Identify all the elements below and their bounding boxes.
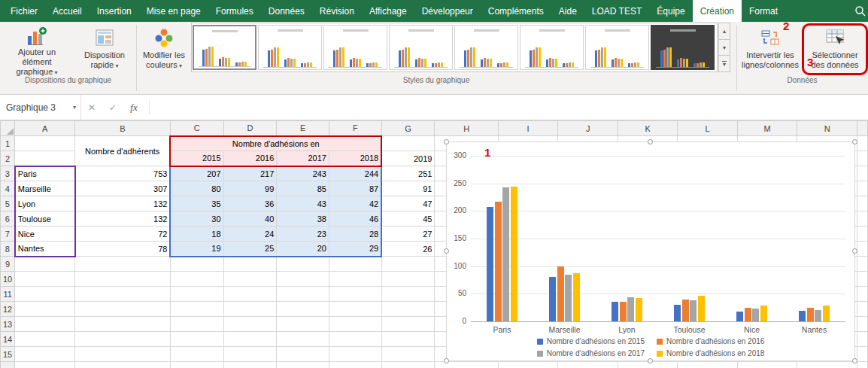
bar-marseille-2017[interactable] bbox=[565, 275, 572, 321]
cell-C1[interactable]: Nombre d'adhésions en bbox=[170, 136, 381, 151]
row-header-13[interactable]: 13 bbox=[1, 317, 15, 332]
bar-nantes-2015[interactable] bbox=[799, 311, 806, 321]
chart-style-8[interactable] bbox=[651, 25, 715, 70]
cell-G13[interactable] bbox=[381, 317, 435, 332]
cell-O1[interactable] bbox=[857, 136, 867, 151]
cell-G8[interactable]: 26 bbox=[381, 242, 435, 257]
row-header-6[interactable]: 6 bbox=[1, 211, 15, 227]
cell-D12[interactable] bbox=[223, 302, 277, 317]
cell-C14[interactable] bbox=[170, 332, 223, 347]
cell-G15[interactable] bbox=[381, 347, 435, 362]
bar-nantes-2016[interactable] bbox=[807, 308, 814, 321]
bar-paris-2015[interactable] bbox=[487, 207, 493, 321]
tab-insertion[interactable]: Insertion bbox=[90, 0, 139, 22]
cell-E13[interactable] bbox=[277, 317, 329, 332]
cell-O14[interactable] bbox=[857, 332, 867, 347]
cell-B15[interactable] bbox=[75, 347, 171, 362]
tab-equipe[interactable]: Équipe bbox=[649, 0, 692, 22]
bar-nice-2015[interactable] bbox=[736, 312, 743, 321]
cell-B10[interactable] bbox=[75, 272, 171, 287]
formula-input[interactable] bbox=[150, 95, 868, 120]
column-header-C[interactable]: C bbox=[170, 121, 223, 136]
cell-D2[interactable]: 2016 bbox=[223, 151, 277, 166]
cell-C6[interactable]: 30 bbox=[170, 211, 223, 227]
tab-affichage[interactable]: Affichage bbox=[362, 0, 414, 22]
cell-A12[interactable] bbox=[15, 302, 75, 317]
bar-nice-2018[interactable] bbox=[760, 306, 767, 321]
legend-item-2015[interactable]: Nombre d'adhésions en 2015 bbox=[537, 337, 645, 345]
row-header-7[interactable]: 7 bbox=[1, 227, 15, 242]
chart-resize-handle[interactable] bbox=[444, 358, 449, 363]
bar-nice-2017[interactable] bbox=[752, 309, 759, 321]
chart-style-4[interactable] bbox=[389, 25, 453, 70]
cell-B3[interactable]: 753 bbox=[75, 166, 171, 181]
cell-F14[interactable] bbox=[329, 332, 381, 347]
row-header-4[interactable]: 4 bbox=[1, 181, 15, 196]
chart-style-6[interactable] bbox=[520, 25, 584, 70]
cell-C9[interactable] bbox=[170, 257, 223, 272]
switch-row-column-button[interactable]: Intervertir les lignes/colonnes bbox=[740, 24, 800, 75]
row-header-14[interactable]: 14 bbox=[1, 332, 15, 347]
cell-C13[interactable] bbox=[170, 317, 223, 332]
cell-D6[interactable]: 40 bbox=[223, 211, 277, 227]
name-box[interactable]: Graphique 3 ▾ bbox=[0, 95, 81, 120]
cell-C4[interactable]: 80 bbox=[170, 181, 223, 196]
bar-marseille-2016[interactable] bbox=[557, 266, 564, 321]
cell-O11[interactable] bbox=[857, 287, 867, 302]
bar-marseille-2015[interactable] bbox=[549, 277, 556, 321]
gallery-more-icon[interactable]: ▼ bbox=[718, 55, 730, 72]
bar-toulouse-2016[interactable] bbox=[682, 300, 689, 321]
cell-E12[interactable] bbox=[277, 302, 329, 317]
cell-C7[interactable]: 18 bbox=[170, 227, 223, 242]
legend-item-2018[interactable]: Nombre d'adhésions en 2018 bbox=[657, 349, 764, 357]
select-data-button[interactable]: Sélectionner des données bbox=[805, 24, 865, 75]
cell-O6[interactable] bbox=[857, 211, 867, 227]
column-header-A[interactable]: A bbox=[15, 121, 75, 136]
cell-E14[interactable] bbox=[277, 332, 329, 347]
cell-G6[interactable]: 45 bbox=[381, 211, 435, 227]
cell-E15[interactable] bbox=[277, 347, 329, 362]
bar-toulouse-2015[interactable] bbox=[674, 305, 681, 321]
cell-A1[interactable] bbox=[15, 136, 75, 151]
tab-format[interactable]: Format bbox=[742, 0, 785, 22]
row-header-15[interactable]: 15 bbox=[1, 347, 15, 362]
gallery-scroll-up-icon[interactable]: ▲ bbox=[718, 23, 730, 40]
search-icon[interactable] bbox=[854, 0, 868, 22]
bar-toulouse-2018[interactable] bbox=[698, 296, 705, 321]
cell-B5[interactable]: 132 bbox=[75, 196, 171, 211]
cell-C2[interactable]: 2015 bbox=[170, 151, 223, 166]
cell-C15[interactable] bbox=[170, 347, 223, 362]
cell-O15[interactable] bbox=[857, 347, 867, 362]
cell-C8[interactable]: 19 bbox=[170, 242, 223, 257]
column-header-G[interactable]: G bbox=[381, 121, 435, 136]
cell-E11[interactable] bbox=[277, 287, 329, 302]
row-header-1[interactable]: 1 bbox=[1, 136, 15, 151]
cell-B12[interactable] bbox=[75, 302, 171, 317]
bar-toulouse-2017[interactable] bbox=[690, 300, 697, 321]
cell-A9[interactable] bbox=[15, 257, 75, 272]
cell-B6[interactable]: 132 bbox=[75, 211, 171, 227]
cell-F7[interactable]: 28 bbox=[329, 227, 381, 242]
gallery-scroll-down-icon[interactable]: ▼ bbox=[718, 39, 730, 56]
cell-B9[interactable] bbox=[75, 257, 171, 272]
row-header-10[interactable]: 10 bbox=[1, 272, 15, 287]
bar-lyon-2016[interactable] bbox=[620, 302, 627, 321]
chart[interactable]: 050100150200250300ParisMarseilleLyonToul… bbox=[446, 141, 855, 361]
cell-G10[interactable] bbox=[381, 272, 435, 287]
cell-F9[interactable] bbox=[329, 257, 381, 272]
column-header-K[interactable]: K bbox=[618, 121, 678, 136]
insert-function-icon[interactable]: fx bbox=[123, 102, 144, 114]
tab-formules[interactable]: Formules bbox=[208, 0, 261, 22]
chart-resize-handle[interactable] bbox=[444, 248, 449, 254]
chart-style-5[interactable] bbox=[454, 25, 518, 70]
cell-O2[interactable] bbox=[857, 151, 867, 166]
enter-icon[interactable]: ✓ bbox=[102, 102, 123, 113]
cell-F6[interactable]: 46 bbox=[329, 211, 381, 227]
chart-resize-handle[interactable] bbox=[648, 139, 653, 144]
cell-C5[interactable]: 35 bbox=[170, 196, 223, 211]
cell-O8[interactable] bbox=[857, 242, 867, 257]
cell-C12[interactable] bbox=[170, 302, 223, 317]
cell-A14[interactable] bbox=[15, 332, 75, 347]
column-header-N[interactable]: N bbox=[797, 121, 857, 136]
chart-resize-handle[interactable] bbox=[852, 358, 857, 363]
